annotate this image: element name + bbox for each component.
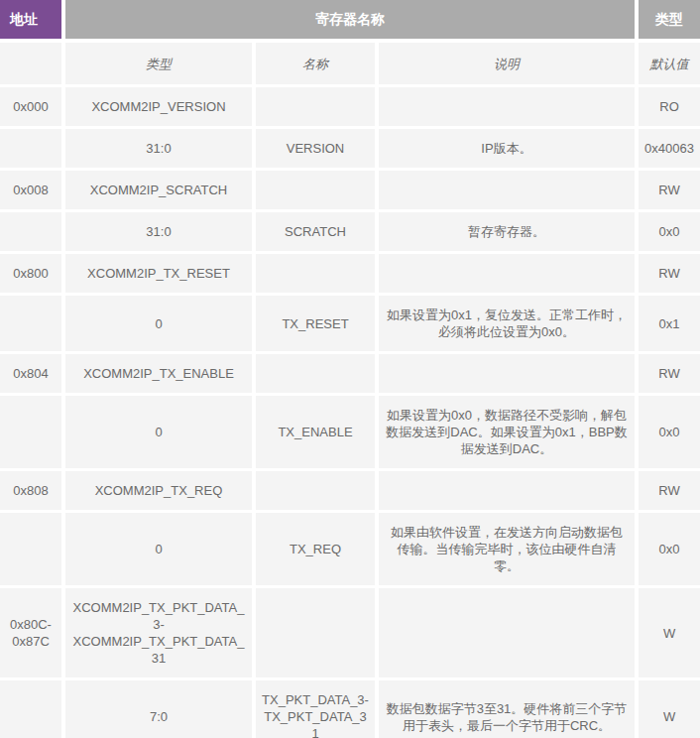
cell-empty (0, 513, 65, 588)
cell-empty (256, 471, 379, 513)
register-row: 0x000XCOMM2IP_VERSIONRO (0, 87, 700, 129)
cell-access-type: RW (639, 471, 700, 513)
register-row: 0x808XCOMM2IP_TX_REQRW (0, 471, 700, 513)
cell-address: 0x800 (0, 254, 65, 296)
cell-description: 数据包数据字节3至31。硬件将前三个字节用于表头，最后一个字节用于CRC。 (379, 680, 639, 738)
cell-empty (379, 171, 639, 212)
cell-default-value: 0x1 (639, 296, 700, 354)
cell-empty (379, 354, 639, 396)
subheader-description: 说明 (379, 43, 639, 87)
cell-empty (0, 296, 65, 354)
cell-register-name: XCOMM2IP_SCRATCH (65, 171, 256, 212)
cell-address: 0x008 (0, 171, 65, 212)
cell-empty (256, 254, 379, 296)
register-row: 0x804XCOMM2IP_TX_ENABLERW (0, 354, 700, 396)
cell-access-type: RO (639, 87, 700, 129)
cell-address: 0x804 (0, 354, 65, 396)
cell-empty (379, 254, 639, 296)
header-register-name: 寄存器名称 (65, 0, 639, 43)
cell-empty (379, 471, 639, 513)
cell-bits: 0 (65, 396, 256, 471)
cell-description: 如果设置为0x1，复位发送。正常工作时，必须将此位设置为0x0。 (379, 296, 639, 354)
cell-description: 如果由软件设置，在发送方向启动数据包传输。当传输完毕时，该位由硬件自清零。 (379, 513, 639, 588)
subheader-default: 默认值 (639, 43, 700, 87)
cell-default-value: 0x40063 (639, 129, 700, 171)
cell-default-value: 0x0 (639, 513, 700, 588)
cell-default-value: 0x0 (639, 212, 700, 254)
cell-empty (0, 396, 65, 471)
register-table: 地址 寄存器名称 类型 类型 名称 说明 默认值 0x000XCOMM2IP_V… (0, 0, 700, 738)
cell-default-value: W (639, 680, 700, 738)
field-row: 31:0VERSIONIP版本。0x40063 (0, 129, 700, 171)
header-address: 地址 (0, 0, 65, 43)
cell-access-type: RW (639, 354, 700, 396)
cell-address: 0x000 (0, 87, 65, 129)
field-row: 0TX_RESET如果设置为0x1，复位发送。正常工作时，必须将此位设置为0x0… (0, 296, 700, 354)
cell-empty (256, 354, 379, 396)
cell-description: 如果设置为0x0，数据路径不受影响，解包数据发送到DAC。如果设置为0x1，BB… (379, 396, 639, 471)
cell-address: 0x80C-0x87C (0, 588, 65, 680)
cell-field-name: TX_RESET (256, 296, 379, 354)
cell-default-value: 0x0 (639, 396, 700, 471)
cell-bits: 31:0 (65, 212, 256, 254)
cell-bits: 0 (65, 513, 256, 588)
cell-bits: 0 (65, 296, 256, 354)
cell-bits: 7:0 (65, 680, 256, 738)
cell-empty (256, 87, 379, 129)
cell-access-type: W (639, 588, 700, 680)
field-row: 0TX_ENABLE如果设置为0x0，数据路径不受影响，解包数据发送到DAC。如… (0, 396, 700, 471)
register-row: 0x008XCOMM2IP_SCRATCHRW (0, 171, 700, 212)
table-body: 0x000XCOMM2IP_VERSIONRO31:0VERSIONIP版本。0… (0, 87, 700, 738)
table-subheader-row: 类型 名称 说明 默认值 (0, 43, 700, 87)
cell-address: 0x808 (0, 471, 65, 513)
cell-field-name: VERSION (256, 129, 379, 171)
cell-empty (256, 588, 379, 680)
register-row: 0x800XCOMM2IP_TX_RESETRW (0, 254, 700, 296)
cell-empty (379, 588, 639, 680)
cell-description: 暂存寄存器。 (379, 212, 639, 254)
cell-register-name: XCOMM2IP_TX_REQ (65, 471, 256, 513)
cell-field-name: TX_PKT_DATA_3-TX_PKT_DATA_31 (256, 680, 379, 738)
cell-empty (0, 129, 65, 171)
cell-register-name: XCOMM2IP_VERSION (65, 87, 256, 129)
cell-access-type: RW (639, 171, 700, 212)
cell-empty (256, 171, 379, 212)
header-type: 类型 (639, 0, 700, 43)
cell-bits: 31:0 (65, 129, 256, 171)
cell-empty (0, 212, 65, 254)
cell-empty (0, 680, 65, 738)
subheader-name: 名称 (256, 43, 379, 87)
cell-field-name: TX_ENABLE (256, 396, 379, 471)
cell-access-type: RW (639, 254, 700, 296)
cell-empty (379, 87, 639, 129)
field-row: 0TX_REQ如果由软件设置，在发送方向启动数据包传输。当传输完毕时，该位由硬件… (0, 513, 700, 588)
table-header-row: 地址 寄存器名称 类型 (0, 0, 700, 43)
cell-register-name: XCOMM2IP_TX_RESET (65, 254, 256, 296)
register-row: 0x80C-0x87CXCOMM2IP_TX_PKT_DATA_3-XCOMM2… (0, 588, 700, 680)
cell-register-name: XCOMM2IP_TX_PKT_DATA_3-XCOMM2IP_TX_PKT_D… (65, 588, 256, 680)
cell-register-name: XCOMM2IP_TX_ENABLE (65, 354, 256, 396)
cell-description: IP版本。 (379, 129, 639, 171)
cell-field-name: TX_REQ (256, 513, 379, 588)
cell-empty (0, 43, 65, 87)
field-row: 7:0TX_PKT_DATA_3-TX_PKT_DATA_31数据包数据字节3至… (0, 680, 700, 738)
field-row: 31:0SCRATCH暂存寄存器。0x0 (0, 212, 700, 254)
cell-field-name: SCRATCH (256, 212, 379, 254)
subheader-type: 类型 (65, 43, 256, 87)
